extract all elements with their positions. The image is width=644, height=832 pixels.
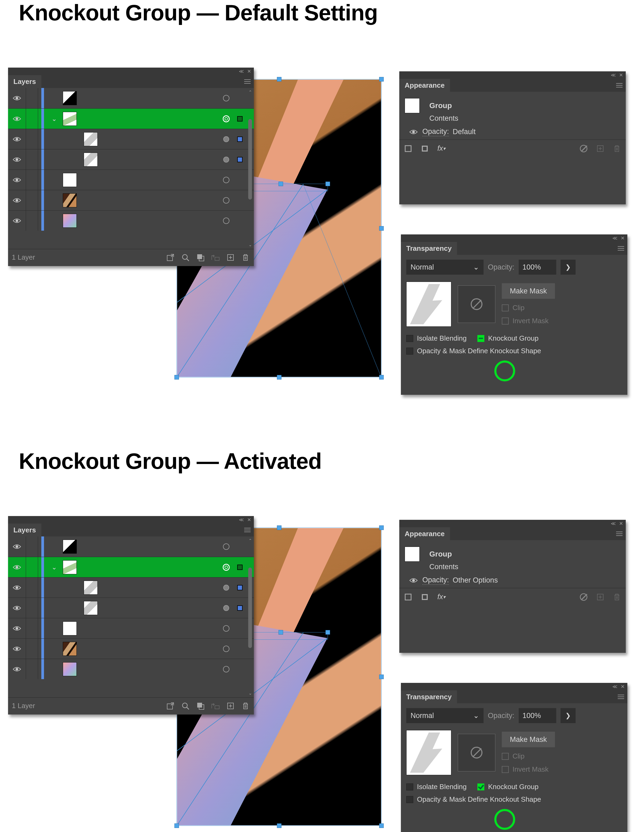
lock-column[interactable]	[26, 536, 38, 557]
close-icon[interactable]: ✕	[619, 521, 623, 526]
tab-transparency[interactable]: Transparency	[401, 690, 457, 703]
isolate-blending-checkbox[interactable]	[406, 335, 413, 342]
new-sublayer-icon[interactable]	[211, 253, 220, 262]
selection-square-icon[interactable]	[237, 667, 243, 672]
scrollbar[interactable]: ⌃⌄	[247, 538, 253, 696]
lock-column[interactable]	[26, 557, 38, 577]
target-icon[interactable]	[223, 136, 229, 142]
target-icon[interactable]	[223, 605, 229, 611]
disclosure-icon[interactable]: ⌄	[49, 115, 59, 123]
target-icon[interactable]	[223, 646, 229, 652]
export-for-screens-icon[interactable]	[166, 701, 175, 710]
layer-row[interactable]	[8, 536, 254, 557]
duplicate-item-icon[interactable]	[596, 144, 605, 153]
tab-transparency[interactable]: Transparency	[401, 242, 457, 255]
panel-menu-button[interactable]	[615, 242, 627, 255]
panel-menu-button[interactable]	[241, 75, 254, 88]
selection-square-icon[interactable]	[237, 544, 243, 549]
lock-column[interactable]	[26, 129, 38, 149]
close-icon[interactable]: ✕	[619, 72, 623, 78]
lock-column[interactable]	[26, 578, 38, 598]
visibility-toggle[interactable]	[8, 544, 26, 549]
selection-square-icon[interactable]	[237, 198, 243, 203]
knockout-group-checkbox[interactable]	[477, 784, 484, 790]
layer-row[interactable]	[8, 659, 254, 679]
tab-layers[interactable]: Layers	[8, 523, 41, 536]
layer-thumbnail[interactable]	[63, 540, 77, 554]
lock-column[interactable]	[26, 659, 38, 679]
locate-object-icon[interactable]	[181, 253, 190, 262]
new-fill-icon[interactable]	[420, 144, 429, 153]
target-icon[interactable]	[223, 197, 229, 203]
isolate-blending-checkbox[interactable]	[406, 784, 413, 790]
visibility-toggle[interactable]	[405, 578, 422, 583]
new-layer-icon[interactable]	[226, 253, 235, 262]
object-thumbnail[interactable]	[406, 282, 451, 327]
layer-thumbnail[interactable]	[84, 153, 98, 166]
selection-square-icon[interactable]	[237, 646, 243, 651]
mask-thumbnail[interactable]	[458, 285, 495, 323]
selection-square-icon[interactable]	[237, 585, 243, 590]
layer-thumbnail[interactable]	[63, 112, 77, 126]
collapse-icon[interactable]: ≪	[611, 72, 616, 78]
handle-bottom-icon[interactable]	[277, 375, 282, 379]
layer-row[interactable]	[8, 618, 254, 638]
target-icon[interactable]	[223, 95, 229, 101]
selection-square-icon[interactable]	[237, 605, 243, 611]
new-fill-icon[interactable]	[420, 592, 429, 602]
make-mask-button[interactable]: Make Mask	[502, 283, 555, 299]
opacity-caret-button[interactable]: ❯	[561, 708, 575, 723]
layer-thumbnail[interactable]	[84, 601, 98, 615]
visibility-toggle[interactable]	[8, 565, 26, 570]
panel-menu-button[interactable]	[241, 523, 254, 536]
target-icon[interactable]	[223, 115, 230, 122]
clear-appearance-icon[interactable]	[579, 144, 588, 153]
disclosure-icon[interactable]: ⌄	[49, 563, 59, 571]
new-stroke-icon[interactable]	[404, 592, 413, 602]
layer-thumbnail[interactable]	[84, 581, 98, 595]
collapse-icon[interactable]: ≪	[612, 235, 617, 241]
knockout-group-checkbox[interactable]	[477, 335, 484, 342]
layer-thumbnail[interactable]	[63, 214, 77, 228]
new-stroke-icon[interactable]	[404, 144, 413, 153]
lock-column[interactable]	[26, 598, 38, 618]
layer-row[interactable]	[8, 598, 254, 618]
layer-thumbnail[interactable]	[63, 642, 77, 656]
visibility-toggle[interactable]	[8, 198, 26, 203]
tab-layers[interactable]: Layers	[8, 75, 41, 88]
clear-appearance-icon[interactable]	[579, 592, 588, 602]
opacity-caret-button[interactable]: ❯	[561, 260, 575, 275]
opacity-mask-define-checkbox[interactable]	[406, 347, 413, 355]
lock-column[interactable]	[26, 170, 38, 190]
collapse-icon[interactable]: ≪	[239, 517, 244, 523]
close-icon[interactable]: ✕	[247, 517, 251, 523]
locate-object-icon[interactable]	[181, 701, 190, 710]
layer-thumbnail[interactable]	[63, 91, 77, 105]
layer-row[interactable]	[8, 170, 254, 190]
opacity-value[interactable]: Other Options	[453, 576, 498, 584]
selection-square-icon[interactable]	[237, 136, 243, 142]
scrollbar[interactable]: ⌃⌄	[247, 90, 253, 247]
close-icon[interactable]: ✕	[621, 684, 625, 690]
visibility-toggle[interactable]	[405, 129, 422, 134]
clipping-mask-icon[interactable]	[196, 253, 205, 262]
delete-item-icon[interactable]	[612, 592, 622, 602]
duplicate-item-icon[interactable]	[596, 592, 605, 602]
close-icon[interactable]: ✕	[621, 235, 625, 241]
make-mask-button[interactable]: Make Mask	[502, 732, 555, 747]
collapse-icon[interactable]: ≪	[239, 69, 244, 74]
object-thumbnail[interactable]	[406, 730, 451, 775]
visibility-toggle[interactable]	[8, 667, 26, 672]
selection-square-icon[interactable]	[237, 157, 243, 162]
layer-thumbnail[interactable]	[63, 662, 77, 676]
visibility-toggle[interactable]	[8, 218, 26, 223]
lock-column[interactable]	[26, 149, 38, 170]
handle-bottom-left-icon[interactable]	[175, 375, 179, 379]
tab-appearance[interactable]: Appearance	[399, 527, 450, 540]
add-effect-icon[interactable]: fx▾	[437, 144, 446, 153]
lock-column[interactable]	[26, 190, 38, 210]
appearance-contents-row[interactable]: Contents	[429, 563, 620, 571]
opacity-label[interactable]: Opacity	[422, 576, 449, 585]
layer-row[interactable]: ⌄	[8, 108, 254, 129]
layer-thumbnail[interactable]	[63, 194, 77, 207]
